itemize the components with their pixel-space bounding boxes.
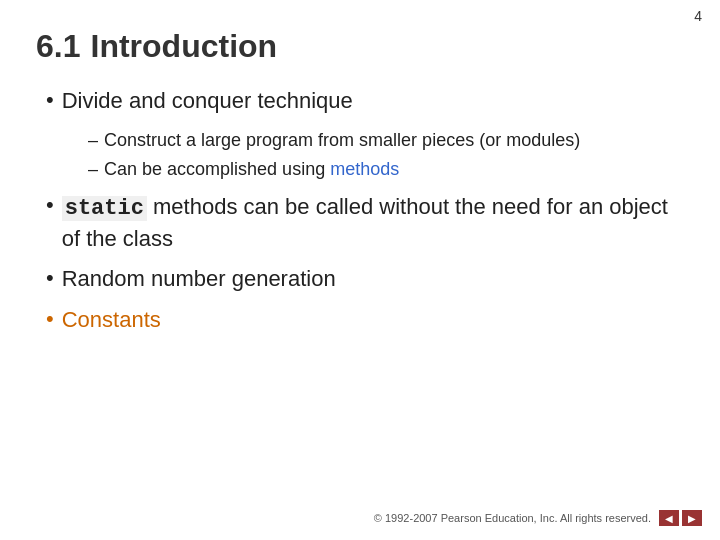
bullet-text-4: Constants: [62, 306, 161, 335]
prev-button[interactable]: ◀: [659, 510, 679, 526]
sub-bullet-1-2: – Can be accomplished using methods: [88, 157, 684, 182]
nav-buttons[interactable]: ◀ ▶: [659, 510, 702, 526]
sub-dash-1: –: [88, 128, 98, 153]
bullet-dot-2: •: [46, 192, 54, 218]
copyright-text: © 1992-2007 Pearson Education, Inc. All …: [374, 512, 651, 524]
sub-text-1-2: Can be accomplished using methods: [104, 157, 399, 182]
bullet-random: • Random number generation: [46, 265, 684, 294]
next-button[interactable]: ▶: [682, 510, 702, 526]
bullet-dot-1: •: [46, 87, 54, 113]
title-number: 6.1: [36, 28, 80, 65]
sub-text-1-1: Construct a large program from smaller p…: [104, 128, 580, 153]
bullet-dot-3: •: [46, 265, 54, 291]
bullet-text-1: Divide and conquer technique: [62, 87, 353, 116]
static-code: static: [62, 196, 147, 221]
slide-content: • Divide and conquer technique – Constru…: [36, 87, 684, 335]
bullet-constants: • Constants: [46, 306, 684, 335]
bullet-text-2: static methods can be called without the…: [62, 192, 684, 253]
bullet-text-3: Random number generation: [62, 265, 336, 294]
methods-highlight: methods: [330, 159, 399, 179]
sub-dash-2: –: [88, 157, 98, 182]
slide-number: 4: [694, 8, 702, 24]
bullet-divide-conquer: • Divide and conquer technique: [46, 87, 684, 116]
slide: 4 6.1 Introduction • Divide and conquer …: [0, 0, 720, 540]
title-text: Introduction: [90, 28, 277, 65]
bullet-dot-4: •: [46, 306, 54, 332]
sub-bullet-1-1: – Construct a large program from smaller…: [88, 128, 684, 153]
slide-title: 6.1 Introduction: [36, 28, 684, 65]
next-arrow-icon: ▶: [688, 513, 696, 524]
prev-arrow-icon: ◀: [665, 513, 673, 524]
footer: © 1992-2007 Pearson Education, Inc. All …: [374, 510, 702, 526]
sub-bullets-1: – Construct a large program from smaller…: [88, 128, 684, 182]
bullet-static-methods: • static methods can be called without t…: [46, 192, 684, 253]
